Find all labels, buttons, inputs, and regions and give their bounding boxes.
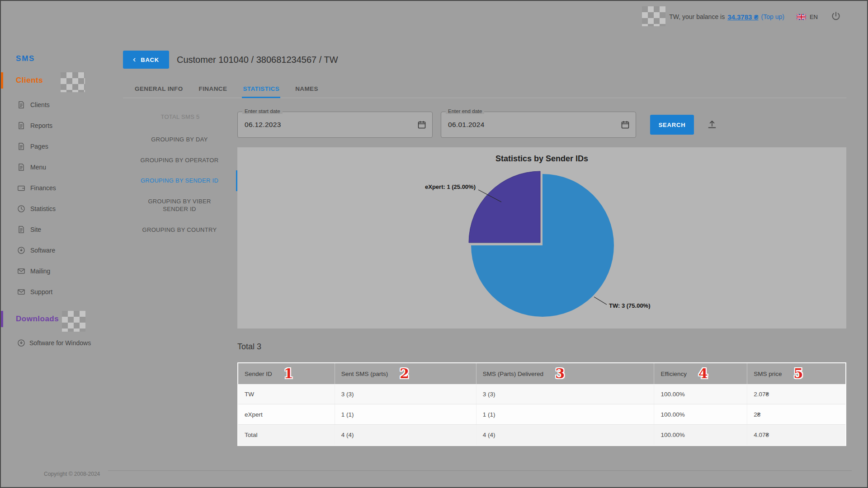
search-button[interactable]: SEARCH bbox=[650, 115, 694, 135]
tab-names[interactable]: NAMES bbox=[294, 81, 319, 98]
balance-info: TW, your balance is 34.3783 ₴ (Top up) bbox=[669, 13, 784, 21]
sidebar-section-clients[interactable]: Clients bbox=[1, 71, 114, 89]
pixel-decoration bbox=[62, 311, 85, 332]
cell-sender-id: eXpert bbox=[238, 404, 335, 424]
sidebar-item-label: Reports bbox=[30, 122, 52, 129]
sidebar: SMS Clients Clients Reports Pages Menu F… bbox=[1, 33, 114, 487]
back-button[interactable]: ‹ BACK bbox=[123, 51, 169, 69]
upload-icon bbox=[707, 119, 717, 130]
topbar: TW, your balance is 34.3783 ₴ (Top up) E… bbox=[1, 1, 867, 33]
callout-4: 4 bbox=[698, 367, 708, 380]
cell-delivered: 1 (1) bbox=[476, 404, 655, 424]
tw-slice-annotation: TW: 3 (75.00%) bbox=[609, 302, 651, 309]
sidebar-item-finances[interactable]: Finances bbox=[1, 178, 114, 198]
subnav-grouping-by-sender-id[interactable]: GROUPING BY SENDER ID bbox=[123, 170, 237, 191]
tab-statistics[interactable]: STATISTICS bbox=[242, 81, 280, 98]
column-header-sent-sms: Sent SMS (parts) 2 bbox=[335, 363, 476, 384]
callout-5: 5 bbox=[793, 367, 803, 380]
page-icon bbox=[17, 163, 25, 171]
page-icon bbox=[17, 101, 25, 109]
results-total-label: Total 3 bbox=[237, 342, 846, 352]
sidebar-item-label: Pages bbox=[30, 143, 48, 150]
sidebar-item-label: Statistics bbox=[30, 205, 56, 212]
end-date-label: Enter end date bbox=[446, 108, 484, 114]
cell-efficiency: 100.00% bbox=[654, 425, 747, 445]
cell-sms-price: 2.07₴ bbox=[747, 384, 845, 404]
subnav-grouping-by-day[interactable]: GROUPING BY DAY bbox=[123, 129, 237, 150]
mail-icon bbox=[17, 288, 25, 296]
sidebar-item-label: Software bbox=[30, 247, 55, 254]
sidebar-brand-sms[interactable]: SMS bbox=[1, 54, 114, 63]
calendar-icon[interactable] bbox=[417, 120, 426, 129]
downloads-accent-bar bbox=[1, 311, 3, 327]
back-button-label: BACK bbox=[141, 56, 159, 63]
power-icon bbox=[830, 11, 842, 23]
column-header-efficiency: Efficiency 4 bbox=[654, 363, 747, 384]
sidebar-item-software[interactable]: Software bbox=[1, 240, 114, 261]
statistics-subnav: TOTAL SMS 5 GROUPING BY DAY GROUPING BY … bbox=[123, 112, 237, 240]
table-header-row: Sender ID 1 Sent SMS (parts) 2 SMS (Part… bbox=[238, 363, 845, 384]
sidebar-item-support[interactable]: Support bbox=[1, 282, 114, 302]
cell-sender-id: TW bbox=[238, 384, 335, 404]
balance-amount-link[interactable]: 34.3783 ₴ bbox=[727, 13, 758, 21]
end-date-value: 06.01.2024 bbox=[448, 121, 485, 129]
sidebar-item-site[interactable]: Site bbox=[1, 219, 114, 240]
callout-2: 2 bbox=[400, 367, 409, 380]
page-title: Customer 101040 / 380681234567 / TW bbox=[177, 55, 338, 65]
expert-slice-annotation: eXpert: 1 (25.00%) bbox=[425, 183, 476, 190]
cell-efficiency: 100.00% bbox=[654, 404, 747, 424]
subnav-grouping-by-operator[interactable]: GROUPING BY OPERATOR bbox=[123, 150, 237, 171]
column-header-sms-price: SMS price 5 bbox=[747, 363, 845, 384]
end-date-input[interactable]: Enter end date 06.01.2024 bbox=[441, 112, 636, 138]
wallet-icon bbox=[17, 184, 25, 192]
sidebar-section-downloads[interactable]: Downloads bbox=[1, 310, 114, 328]
language-label: EN bbox=[810, 14, 818, 20]
total-sms-label: TOTAL SMS 5 bbox=[123, 112, 237, 129]
cell-delivered: 4 (4) bbox=[476, 425, 655, 445]
sidebar-item-mailing[interactable]: Mailing bbox=[1, 261, 114, 282]
language-switcher[interactable]: EN bbox=[797, 14, 818, 20]
cell-sender-id: Total bbox=[238, 425, 335, 445]
tab-general-info[interactable]: GENERAL INFO bbox=[134, 81, 184, 98]
chevron-left-icon: ‹ bbox=[133, 55, 136, 63]
callout-3: 3 bbox=[555, 367, 565, 380]
tw-leader-line bbox=[594, 297, 607, 305]
download-icon bbox=[17, 246, 25, 254]
top-up-link[interactable]: (Top up) bbox=[761, 13, 784, 20]
cell-efficiency: 100.00% bbox=[654, 384, 747, 404]
page-header: ‹ BACK Customer 101040 / 380681234567 / … bbox=[123, 51, 846, 69]
subnav-grouping-by-viber-sender-id[interactable]: GROUPING BY VIBER SENDER ID bbox=[123, 191, 237, 220]
sidebar-item-label: Support bbox=[30, 288, 52, 296]
downloads-section-label: Downloads bbox=[16, 314, 59, 324]
tab-finance[interactable]: FINANCE bbox=[198, 81, 228, 98]
sidebar-item-menu[interactable]: Menu bbox=[1, 157, 114, 178]
start-date-value: 06.12.2023 bbox=[245, 121, 281, 129]
sidebar-item-clients[interactable]: Clients bbox=[1, 94, 114, 115]
cell-sent-sms: 4 (4) bbox=[335, 425, 476, 445]
subnav-grouping-by-country[interactable]: GROUPING BY COUNTRY bbox=[123, 220, 237, 240]
pie-chart-panel: Statistics by Sender IDs eXpert: 1 (25.0… bbox=[237, 147, 846, 328]
copyright-text: Copyright © 2008-2024 bbox=[44, 471, 100, 477]
callout-1: 1 bbox=[284, 367, 293, 380]
cell-sms-price: 4.07₴ bbox=[747, 425, 845, 445]
cell-sms-price: 2₴ bbox=[747, 404, 845, 424]
sidebar-item-label: Menu bbox=[30, 164, 46, 171]
sidebar-item-label: Clients bbox=[30, 101, 50, 108]
start-date-input[interactable]: Enter start date 06.12.2023 bbox=[237, 112, 433, 138]
logout-button[interactable] bbox=[830, 11, 842, 23]
sidebar-item-pages[interactable]: Pages bbox=[1, 136, 114, 157]
clock-icon bbox=[17, 205, 25, 213]
sidebar-item-label: Site bbox=[30, 226, 41, 233]
cell-sent-sms: 1 (1) bbox=[335, 404, 476, 424]
sidebar-item-label: Mailing bbox=[30, 267, 50, 275]
column-header-delivered: SMS (Parts) Delivered 3 bbox=[476, 363, 655, 384]
sidebar-item-software-for-windows[interactable]: Software for Windows bbox=[1, 338, 114, 348]
sidebar-item-reports[interactable]: Reports bbox=[1, 115, 114, 136]
calendar-icon[interactable] bbox=[621, 120, 630, 129]
download-item-label: Software for Windows bbox=[29, 339, 91, 347]
pixel-decoration bbox=[61, 72, 85, 92]
export-button[interactable] bbox=[707, 119, 717, 130]
sidebar-item-statistics[interactable]: Statistics bbox=[1, 198, 114, 219]
sidebar-item-label: Finances bbox=[30, 184, 56, 192]
download-icon bbox=[17, 339, 25, 347]
